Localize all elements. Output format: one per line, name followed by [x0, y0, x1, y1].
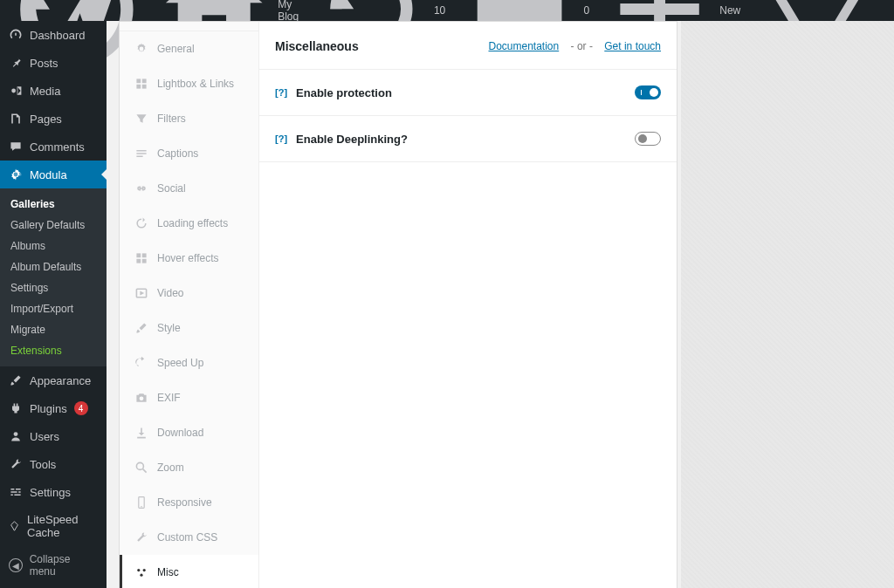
- svg-rect-6: [136, 253, 141, 257]
- sidebar-item-plugins[interactable]: Plugins 4: [0, 394, 107, 422]
- documentation-link[interactable]: Documentation: [489, 40, 560, 52]
- setting-row-protection: [?] Enable protection: [259, 70, 677, 116]
- submenu-album-defaults[interactable]: Album Defaults: [0, 256, 107, 277]
- gear-icon: [9, 168, 23, 181]
- tab-captions[interactable]: Captions: [120, 136, 258, 171]
- tab-social[interactable]: Social: [120, 171, 258, 206]
- tab-general[interactable]: General: [120, 31, 258, 66]
- contact-link[interactable]: Get in touch: [604, 40, 661, 52]
- submenu-settings[interactable]: Settings: [0, 277, 107, 298]
- sidebar-item-posts[interactable]: Posts: [0, 49, 107, 77]
- diamond-icon: [9, 519, 20, 533]
- sidebar-collapse-button[interactable]: ◀ Collapse menu: [0, 546, 107, 585]
- tab-zoom[interactable]: Zoom: [120, 450, 258, 485]
- submenu-import-export[interactable]: Import/Export: [0, 298, 107, 319]
- tab-label: General: [157, 43, 195, 55]
- submenu-migrate[interactable]: Migrate: [0, 319, 107, 340]
- tab-speedup[interactable]: Speed Up: [120, 345, 258, 380]
- svg-rect-9: [142, 259, 147, 263]
- play-icon: [134, 286, 148, 300]
- tab-misc[interactable]: Misc: [120, 555, 258, 588]
- panel-header: Miscellaneous Documentation - or - Get i…: [259, 22, 677, 70]
- submenu-extensions[interactable]: Extensions: [0, 340, 107, 361]
- tab-exif[interactable]: EXIF: [120, 380, 258, 415]
- setting-label: Enable Deeplinking?: [296, 133, 626, 146]
- media-icon: [9, 84, 23, 98]
- layers-icon: [134, 251, 148, 265]
- funnel-icon: [134, 112, 148, 126]
- svg-rect-5: [142, 85, 147, 89]
- sidebar-item-dashboard[interactable]: Dashboard: [0, 21, 107, 49]
- sidebar-item-comments[interactable]: Comments: [0, 133, 107, 161]
- tab-customcss[interactable]: Custom CSS: [120, 520, 258, 555]
- plugins-badge: 4: [74, 401, 88, 415]
- reload-icon: [134, 216, 148, 230]
- tab-video[interactable]: Video: [120, 276, 258, 311]
- camera-icon: [134, 391, 148, 405]
- sidebar-item-media[interactable]: Media: [0, 77, 107, 105]
- tab-loading[interactable]: Loading effects: [120, 206, 258, 241]
- sidebar-item-pages[interactable]: Pages: [0, 105, 107, 133]
- sidebar-label: Pages: [30, 113, 62, 126]
- sidebar-item-appearance[interactable]: Appearance: [0, 366, 107, 394]
- wrench-icon: [134, 530, 148, 544]
- tab-label: Lightbox & Links: [157, 78, 234, 90]
- sidebar-label: Media: [30, 85, 60, 98]
- submenu-gallery-defaults[interactable]: Gallery Defaults: [0, 215, 107, 236]
- tab-hover[interactable]: Hover effects: [120, 241, 258, 276]
- svg-point-15: [143, 569, 146, 571]
- submenu-galleries[interactable]: Galleries: [0, 194, 107, 215]
- admin-sidebar: Dashboard Posts Media Pages Comments Mod…: [0, 21, 107, 588]
- grid-icon: [134, 77, 148, 91]
- toggle-protection[interactable]: [635, 85, 661, 99]
- sidebar-item-settings[interactable]: Settings: [0, 478, 107, 506]
- setting-label: Enable protection: [296, 86, 626, 99]
- download-icon: [134, 426, 148, 440]
- svg-rect-7: [142, 253, 147, 257]
- sidebar-label: Comments: [30, 140, 85, 154]
- content-wrap: General Lightbox & Links Filters Caption…: [107, 21, 894, 588]
- sidebar-label: Tools: [30, 458, 56, 471]
- toggle-knob: [650, 88, 658, 97]
- help-icon[interactable]: [?]: [275, 87, 287, 98]
- search-icon: [134, 461, 148, 475]
- toggle-knob: [638, 134, 647, 143]
- setting-row-deeplinking: [?] Enable Deeplinking?: [259, 116, 677, 162]
- tab-label: Video: [157, 287, 183, 299]
- sidebar-item-modula[interactable]: Modula: [0, 161, 107, 188]
- tab-label: Hover effects: [157, 252, 218, 264]
- svg-rect-4: [136, 85, 141, 89]
- sidebar-item-users[interactable]: Users: [0, 422, 107, 450]
- new-label: New: [719, 4, 740, 17]
- tab-filters[interactable]: Filters: [120, 101, 258, 136]
- tab-style[interactable]: Style: [120, 311, 258, 345]
- settings-panel: Miscellaneous Documentation - or - Get i…: [259, 22, 677, 588]
- gear-icon: [134, 42, 148, 56]
- sidebar-item-tools[interactable]: Tools: [0, 450, 107, 478]
- tabs-header: [120, 22, 258, 31]
- sidebar-label: Posts: [30, 57, 58, 70]
- sidebar-label: LiteSpeed Cache: [27, 513, 98, 539]
- submenu-albums[interactable]: Albums: [0, 236, 107, 256]
- gauge-icon: [134, 356, 148, 370]
- svg-point-13: [141, 506, 142, 508]
- link-icon: [134, 181, 148, 195]
- svg-rect-8: [136, 259, 141, 263]
- pages-icon: [9, 112, 23, 126]
- sliders-icon: [9, 485, 23, 499]
- pin-icon: [9, 56, 23, 70]
- collapse-label: Collapse menu: [30, 553, 98, 578]
- dashboard-icon: [9, 28, 23, 42]
- sidebar-label: Settings: [30, 486, 71, 499]
- tab-responsive[interactable]: Responsive: [120, 485, 258, 520]
- sidebar-item-litespeed[interactable]: LiteSpeed Cache: [0, 506, 107, 546]
- tab-label: Filters: [157, 113, 186, 125]
- panel-title: Miscellaneous: [275, 39, 359, 53]
- help-icon[interactable]: [?]: [275, 133, 287, 144]
- svg-point-1: [14, 432, 18, 436]
- toggle-deeplinking[interactable]: [635, 132, 661, 146]
- tab-download[interactable]: Download: [120, 415, 258, 450]
- tab-lightbox[interactable]: Lightbox & Links: [120, 66, 258, 101]
- header-or-text: - or -: [562, 40, 602, 52]
- modula-submenu: Galleries Gallery Defaults Albums Album …: [0, 188, 107, 366]
